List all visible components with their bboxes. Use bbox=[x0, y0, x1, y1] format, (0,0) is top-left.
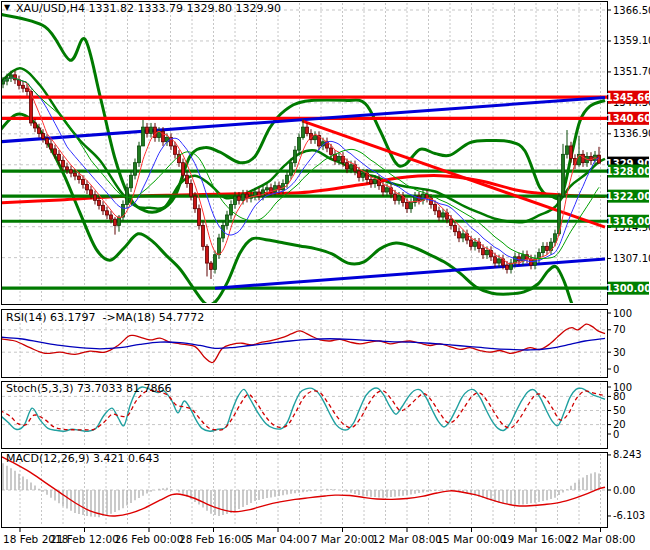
axis-label: -6.103 bbox=[613, 510, 645, 521]
stoch-panel[interactable] bbox=[2, 382, 608, 449]
symbol-caret-icon[interactable]: ▼ bbox=[4, 3, 10, 12]
time-axis-label: 21 Feb 12:00 bbox=[50, 533, 119, 545]
axis-label: 8.243 bbox=[613, 449, 642, 460]
price-axis-label: 1366.50 bbox=[613, 5, 650, 16]
axis-label: 70 bbox=[613, 324, 626, 335]
axis-label: 100 bbox=[613, 308, 632, 319]
axis-label: 0 bbox=[613, 364, 619, 375]
price-axis-label: 1307.10 bbox=[613, 253, 650, 264]
time-axis-label: 28 Feb 16:00 bbox=[179, 533, 248, 545]
time-axis-label: 15 Mar 00:00 bbox=[436, 533, 506, 545]
rsi-axis[interactable]: 10070300 bbox=[608, 308, 632, 375]
price-axis[interactable]: 1366.501359.101351.701344.301336.901314.… bbox=[606, 5, 650, 295]
price-badge-text: 1322.00 bbox=[606, 191, 650, 202]
price-badge-text: 1345.66 bbox=[606, 92, 650, 103]
time-axis-label: 19 Mar 16:00 bbox=[501, 533, 571, 545]
time-axis[interactable]: 18 Feb 201821 Feb 12:0026 Feb 00:0028 Fe… bbox=[1, 527, 636, 545]
chart-canvas[interactable]: 1366.501359.101351.701344.301336.901314.… bbox=[0, 0, 650, 550]
price-badge-text: 1340.60 bbox=[606, 113, 650, 124]
axis-label: 0 bbox=[613, 429, 619, 440]
time-axis-label: 26 Feb 00:00 bbox=[115, 533, 184, 545]
axis-label: 50 bbox=[613, 405, 626, 416]
price-axis-label: 1359.10 bbox=[613, 35, 650, 46]
price-axis-label: 1336.90 bbox=[613, 128, 650, 139]
price-badge-text: 1328.00 bbox=[606, 166, 650, 177]
stoch-axis[interactable]: 1008050200 bbox=[608, 382, 632, 440]
time-axis-label: 7 Mar 20:00 bbox=[311, 533, 374, 545]
rsi-panel[interactable] bbox=[2, 310, 608, 378]
macd-axis[interactable]: 8.2430.00-6.103 bbox=[608, 449, 645, 521]
chart-window: 1366.501359.101351.701344.301336.901314.… bbox=[0, 0, 650, 550]
axis-label: 0.00 bbox=[613, 485, 635, 496]
price-badge-text: 1316.00 bbox=[606, 216, 650, 227]
axis-label: 80 bbox=[613, 391, 626, 402]
time-axis-label: 12 Mar 08:00 bbox=[372, 533, 442, 545]
price-badge-text: 1300.00 bbox=[606, 283, 650, 294]
time-axis-label: 22 Mar 08:00 bbox=[565, 533, 635, 545]
axis-label: 30 bbox=[613, 347, 626, 358]
price-axis-label: 1351.70 bbox=[613, 66, 650, 77]
time-axis-label: 5 Mar 04:00 bbox=[246, 533, 309, 545]
